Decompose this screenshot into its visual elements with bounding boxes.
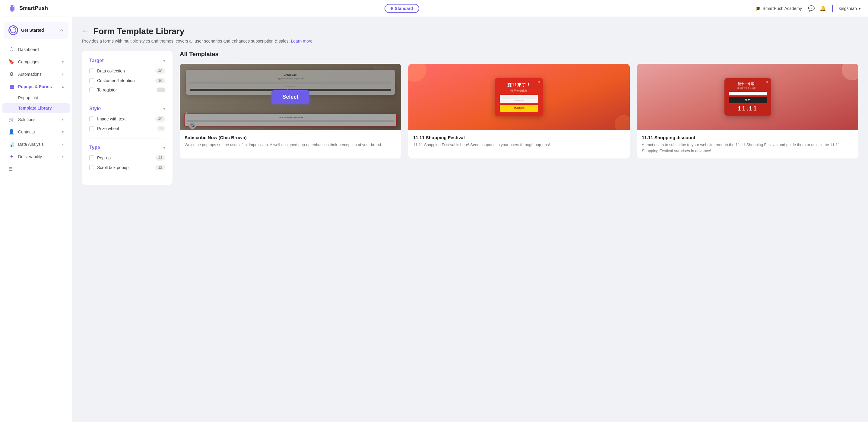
content-area: Target ▾ Data collection 40 xyxy=(82,51,858,185)
contacts-chevron-icon: ▾ xyxy=(62,130,64,134)
app-body: Get Started 6/7 ⬡ Dashboard 🔖 Campaigns … xyxy=(0,17,868,422)
popups-chevron-icon: ▴ xyxy=(62,85,64,89)
automations-label: Automations xyxy=(18,72,42,77)
label-data-collection: Data collection xyxy=(97,68,125,73)
popups-icon: ▦ xyxy=(8,84,14,89)
sidebar-item-automations[interactable]: ⚙ Automations ▾ xyxy=(2,68,70,80)
get-started-item[interactable]: Get Started 6/7 xyxy=(4,22,68,39)
academy-link[interactable]: 🎓 SmartPush Academy xyxy=(755,6,802,11)
select-overlay-brown: Select xyxy=(180,64,401,130)
filter-divider-2 xyxy=(89,139,165,139)
logo[interactable]: SmartPush xyxy=(7,4,48,13)
filter-target-items: Data collection 40 Customer Retention 16 xyxy=(89,68,165,92)
sidebar-item-campaigns[interactable]: 🔖 Campaigns ▾ xyxy=(2,56,70,67)
filter-type-section: Type ▾ Pop-up 44 xyxy=(89,145,165,170)
filter-target-header[interactable]: Target ▾ xyxy=(89,58,165,63)
sidebar-item-template-library[interactable]: Template Library xyxy=(2,103,70,113)
sidebar-item-popups-forms[interactable]: ▦ Popups & Forms ▴ xyxy=(2,81,70,92)
template-library-label: Template Library xyxy=(18,106,52,111)
page-title: Form Template Library xyxy=(93,27,184,36)
template-card-1111[interactable]: ✕ 雙11來了！ 下單即享5折優惠！ Couponcode 立刻領券 xyxy=(408,64,630,159)
label-popup: Pop-up xyxy=(97,156,111,160)
filter-type-header[interactable]: Type ▾ xyxy=(89,145,165,150)
sidebar-item-dashboard[interactable]: ⬡ Dashboard xyxy=(2,44,70,55)
template-desc-1111: 11.11 Shopping Festival is here! Send co… xyxy=(413,142,625,148)
template-name-1111: 11.11 Shopping Festival xyxy=(413,135,625,140)
page-description: Provides a forms with multiple styles an… xyxy=(82,39,858,44)
user-chevron-icon: ▾ xyxy=(859,6,861,11)
template-info-brown: Subscribe Now (Chic Brown) Welcome pop-u… xyxy=(180,130,401,153)
label-to-register: To register xyxy=(97,88,117,92)
popups-label: Popups & Forms xyxy=(18,84,52,89)
checkbox-image-with-text[interactable] xyxy=(89,116,94,121)
nav-divider xyxy=(832,5,833,12)
popup-list-label: Popup List xyxy=(18,95,38,100)
sidebar-item-solutions[interactable]: 🛒 Solutions ▾ xyxy=(2,113,70,125)
contacts-icon: 👤 xyxy=(8,129,14,135)
plan-badge[interactable]: Standard xyxy=(384,4,419,13)
filter-target-section: Target ▾ Data collection 40 xyxy=(89,58,165,92)
automations-chevron-icon: ▾ xyxy=(62,72,64,76)
filter-panel: Target ▾ Data collection 40 xyxy=(82,51,173,185)
filter-item-scroll-box: Scroll box popup 12 xyxy=(89,165,165,170)
solutions-chevron-icon: ▾ xyxy=(62,117,64,122)
get-started-circle xyxy=(8,25,18,35)
checkbox-prize-wheel[interactable] xyxy=(89,126,94,131)
checkbox-scroll-box[interactable] xyxy=(89,165,94,170)
template-thumb-brown: Great Call! Apply this coupon to your ca… xyxy=(180,64,401,130)
filter-item-popup: Pop-up 44 xyxy=(89,155,165,161)
checkbox-customer-retention[interactable] xyxy=(89,78,94,83)
select-button-brown[interactable]: Select xyxy=(272,90,309,104)
checkbox-to-register[interactable] xyxy=(89,88,94,92)
academy-icon: 🎓 xyxy=(755,6,761,11)
popups-submenu: Popup List Template Library xyxy=(0,93,72,113)
count-prize-wheel: 7 xyxy=(157,126,165,131)
sidebar-item-deliverability[interactable]: ✦ Deliverability ▾ xyxy=(2,151,70,162)
all-templates-title: All Templates xyxy=(180,51,858,58)
template-desc-brown: Welcome pop-ups set the users' first imp… xyxy=(185,142,396,148)
filter-divider-1 xyxy=(89,100,165,100)
dashboard-label: Dashboard xyxy=(18,47,39,52)
template-desc-1111b: Attract users to subscribe to your websi… xyxy=(642,142,854,153)
filter-item-data-collection: Data collection 40 xyxy=(89,68,165,74)
learn-more-link[interactable]: Learn more xyxy=(291,39,313,44)
filter-style-header[interactable]: Style ▾ xyxy=(89,106,165,111)
nav-center: Standard xyxy=(53,4,751,13)
sidebar-bottom-menu[interactable]: ☰ xyxy=(2,163,70,175)
type-chevron-icon: ▾ xyxy=(163,145,165,150)
count-image-with-text: 49 xyxy=(155,116,165,122)
page-header: ← Form Template Library xyxy=(82,27,858,36)
template-info-1111b: 11.11 Shopping discount Attract users to… xyxy=(637,130,858,159)
filter-type-items: Pop-up 44 Scroll box popup 12 xyxy=(89,155,165,170)
deliverability-chevron-icon: ▾ xyxy=(62,154,64,159)
template-card-1111b[interactable]: ✕ 雙十一來啦！ 優先購買最單一折扣！ 提交 11.11 11.11 Sh xyxy=(637,64,858,159)
plan-dot xyxy=(391,7,393,10)
notification-icon[interactable]: 🔔 xyxy=(819,5,826,12)
filter-style-items: Image with text 49 Prize wheel 7 xyxy=(89,116,165,131)
template-card-brown[interactable]: Great Call! Apply this coupon to your ca… xyxy=(180,64,401,159)
data-analysis-chevron-icon: ▾ xyxy=(62,142,64,146)
data-analysis-label: Data Analysis xyxy=(18,142,44,147)
template-info-1111: 11.11 Shopping Festival 11.11 Shopping F… xyxy=(408,130,630,153)
main-content: ← Form Template Library Provides a forms… xyxy=(72,17,868,422)
filter-item-image-with-text: Image with text 49 xyxy=(89,116,165,122)
dashboard-icon: ⬡ xyxy=(8,47,14,52)
sidebar-item-popup-list[interactable]: Popup List xyxy=(2,93,70,103)
checkbox-popup[interactable] xyxy=(89,156,94,160)
nav-icons: 💬 🔔 xyxy=(808,5,826,12)
label-image-with-text: Image with text xyxy=(97,116,125,121)
plan-label: Standard xyxy=(395,6,413,11)
app-name: SmartPush xyxy=(19,5,48,11)
sidebar-item-data-analysis[interactable]: 📊 Data Analysis ▾ xyxy=(2,138,70,150)
hamburger-icon: ☰ xyxy=(8,166,13,172)
sidebar-item-contacts[interactable]: 👤 Contacts ▾ xyxy=(2,126,70,138)
user-menu[interactable]: kingsman ▾ xyxy=(839,6,861,11)
chat-icon[interactable]: 💬 xyxy=(808,5,815,12)
count-to-register xyxy=(157,88,165,92)
campaigns-icon: 🔖 xyxy=(8,59,14,64)
checkbox-data-collection[interactable] xyxy=(89,68,94,73)
filter-item-to-register: To register xyxy=(89,88,165,92)
filter-item-prize-wheel: Prize wheel 7 xyxy=(89,126,165,131)
count-data-collection: 40 xyxy=(155,68,165,74)
back-button[interactable]: ← xyxy=(82,27,89,36)
